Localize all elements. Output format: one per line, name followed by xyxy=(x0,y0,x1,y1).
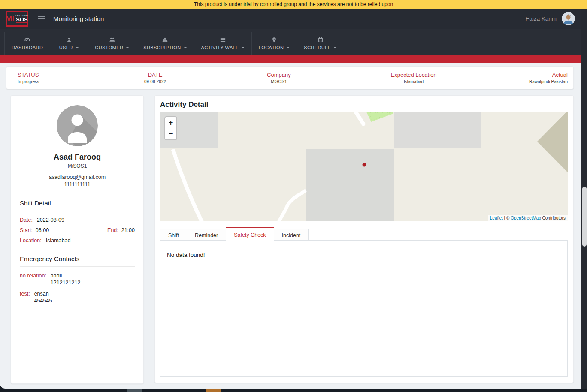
tab-panel: No data found! xyxy=(160,240,568,377)
nav-customer[interactable]: CUSTOMER xyxy=(88,32,136,55)
actual-location-value: Rawalpindi Pakistan xyxy=(480,79,568,84)
leaflet-link[interactable]: Leaflet xyxy=(490,216,503,220)
map-attribution: Leaflet | © OpenStreetMap Contributors xyxy=(488,215,568,221)
menu-toggle-icon[interactable] xyxy=(38,16,45,21)
nav-label: ACTIVITY WALL xyxy=(201,45,239,50)
bottom-bar xyxy=(0,389,587,392)
main-nav: DASHBOARD USER CUSTOMER SUBSCRIPTION ACT… xyxy=(0,29,587,55)
actual-location-label: Actual xyxy=(480,72,568,78)
contact-phone: 454545 xyxy=(34,298,52,304)
users-icon xyxy=(109,36,115,43)
calendar-icon xyxy=(318,36,324,43)
avatar-photo xyxy=(562,12,575,25)
empty-message: No data found! xyxy=(167,252,567,258)
vertical-scrollbar[interactable] xyxy=(581,9,587,389)
shift-end-value: 21:00 xyxy=(121,227,135,233)
gauge-icon xyxy=(24,36,30,43)
chevron-down-icon xyxy=(76,47,79,48)
divider xyxy=(20,211,135,211)
bottom-bar-segment-orange xyxy=(206,389,221,392)
chevron-down-icon xyxy=(241,47,245,48)
contact-phone: 1212121212 xyxy=(51,280,81,286)
actual-location-field: Actual Rawalpindi Pakistan xyxy=(480,72,568,84)
activity-tabs: Shift Reminder Safety Check Incident xyxy=(160,227,309,242)
shift-location-row: Location: Islamabad xyxy=(20,238,135,244)
nav-label: SCHEDULE xyxy=(304,45,331,50)
contact-name: ehsan xyxy=(34,291,52,297)
app-header: Mi SENTINEL SOS Monitoring station Faiza… xyxy=(0,9,587,29)
logo-sos-text: SOS xyxy=(16,17,27,23)
attribution-separator: | © xyxy=(503,216,511,220)
shift-location-label: Location: xyxy=(20,238,42,244)
zoom-out-button[interactable]: − xyxy=(165,128,176,139)
trial-banner: This product is under trial by controlle… xyxy=(0,0,587,9)
nav-label: DASHBOARD xyxy=(12,45,43,50)
nav-schedule[interactable]: SCHEDULE xyxy=(297,32,344,55)
divider xyxy=(20,266,135,267)
status-label: STATUS xyxy=(18,72,100,78)
tab-safety-check[interactable]: Safety Check xyxy=(226,227,274,242)
nav-dashboard[interactable]: DASHBOARD xyxy=(4,32,50,55)
misos-logo[interactable]: Mi SENTINEL SOS xyxy=(6,11,28,27)
shift-location-value: Islamabad xyxy=(46,238,71,244)
chevron-down-icon xyxy=(184,47,187,48)
date-value: 09-08-2022 xyxy=(100,79,210,84)
person-email: asadfarooq@gmail.com xyxy=(11,174,143,180)
person-name: Asad Farooq xyxy=(11,153,143,162)
nav-label: USER xyxy=(59,45,73,50)
warning-icon xyxy=(162,36,168,43)
nav-label: CUSTOMER xyxy=(95,45,123,50)
vertical-scrollbar-thumb[interactable] xyxy=(582,187,587,247)
attribution-contributors: Contributors xyxy=(541,216,566,220)
emergency-contacts-heading: Emergency Contacts xyxy=(20,255,135,262)
chevron-down-icon xyxy=(333,47,337,48)
leaflet-map[interactable]: + − Leaflet | © OpenStreetMap Contributo… xyxy=(160,112,568,221)
shift-start-value: 06:00 xyxy=(36,227,49,233)
nav-subscription[interactable]: SUBSCRIPTION xyxy=(136,32,194,55)
shift-end-label: End: xyxy=(107,227,118,233)
contact-relation: test: xyxy=(20,291,30,304)
person-company: MiSOS1 xyxy=(11,163,143,169)
user-avatar[interactable] xyxy=(562,12,575,25)
date-field: DATE 09-08-2022 xyxy=(100,72,210,84)
company-label: Company xyxy=(210,72,348,78)
accent-stripe xyxy=(0,55,587,63)
expected-location-label: Expected Location xyxy=(348,72,480,78)
user-icon xyxy=(66,36,72,43)
nav-label: LOCATION xyxy=(259,45,284,50)
profile-avatar-placeholder xyxy=(57,105,98,146)
emergency-contact-row: no relation: aadil 1212121212 xyxy=(20,273,135,286)
map-features xyxy=(160,112,568,221)
chevron-down-icon xyxy=(126,47,129,48)
shift-detail-heading: Shift Detail xyxy=(20,199,135,207)
shift-date-label: Date: xyxy=(20,217,33,223)
status-field: STATUS In progress xyxy=(18,72,100,84)
list-icon xyxy=(220,36,226,43)
nav-label: SUBSCRIPTION xyxy=(143,45,181,50)
map-zoom-control: + − xyxy=(164,116,177,140)
shift-start-label: Start: xyxy=(20,227,33,233)
company-field: Company MiSOS1 xyxy=(210,72,348,84)
logo-mi-text: Mi xyxy=(6,15,15,23)
openstreetmap-link[interactable]: OpenStreetMap xyxy=(511,216,541,220)
emergency-contact-row: test: ehsan 454545 xyxy=(20,291,135,304)
status-value: In progress xyxy=(18,79,100,84)
page-title: Monitoring station xyxy=(53,15,104,22)
chevron-down-icon xyxy=(286,47,290,48)
user-name[interactable]: Faiza Karim xyxy=(526,15,557,22)
bottom-bar-segment xyxy=(127,389,142,392)
zoom-in-button[interactable]: + xyxy=(165,117,176,128)
nav-activity-wall[interactable]: ACTIVITY WALL xyxy=(194,32,252,55)
company-value: MiSOS1 xyxy=(210,79,348,84)
activity-detail-card: Activity Detail + − Leaflet | © OpenStre… xyxy=(154,95,574,383)
nav-user[interactable]: USER xyxy=(50,32,88,55)
date-label: DATE xyxy=(100,72,210,78)
profile-card: Asad Farooq MiSOS1 asadfarooq@gmail.com … xyxy=(11,95,144,384)
expected-location-value: Islamabad xyxy=(348,79,480,84)
person-phone: 1111111111 xyxy=(11,181,143,187)
nav-location[interactable]: LOCATION xyxy=(252,32,297,55)
shift-date-row: Date: 2022-08-09 xyxy=(20,217,135,223)
contact-name: aadil xyxy=(51,273,81,279)
expected-location-field: Expected Location Islamabad xyxy=(348,72,480,84)
activity-detail-title: Activity Detail xyxy=(160,100,573,109)
